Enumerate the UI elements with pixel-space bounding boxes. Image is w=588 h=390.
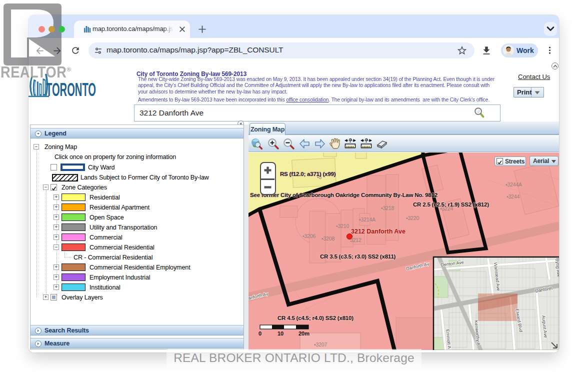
svg-text:0: 0 bbox=[258, 330, 262, 336]
svg-text:•3208: •3208 bbox=[322, 236, 334, 242]
svg-text:CR 3.5 (c3.5; r3.0) SS2 (x811: CR 3.5 (c3.5; r3.0) SS2 (x811) bbox=[320, 254, 396, 260]
svg-text:CR 4.5 (c4.5; r4.0) SS2 (x810: CR 4.5 (c4.5; r4.0) SS2 (x810) bbox=[278, 315, 354, 321]
svg-text:•3220: •3220 bbox=[406, 215, 419, 221]
svg-text:CR 2.5 (c2.5; r1.9) SS2 (x812): CR 2.5 (c2.5; r1.9) SS2 (x812) bbox=[413, 202, 489, 208]
svg-text:•3210: •3210 bbox=[336, 223, 349, 229]
svg-text:•3218: •3218 bbox=[381, 205, 394, 211]
svg-text:?: ? bbox=[364, 138, 368, 144]
svg-text:10: 10 bbox=[278, 330, 284, 336]
svg-text:20m: 20m bbox=[298, 330, 310, 336]
svg-text:•3206: •3206 bbox=[302, 233, 316, 239]
svg-text:•3207: •3207 bbox=[314, 342, 327, 348]
svg-text:•3244: •3244 bbox=[506, 194, 520, 200]
svg-text:RS (f12.0; a371) (x99): RS (f12.0; a371) (x99) bbox=[280, 171, 336, 177]
svg-text:?: ? bbox=[348, 138, 352, 144]
svg-text:See former City of Scarborough: See former City of Scarborough Oakridge … bbox=[250, 192, 438, 198]
svg-text:3212 Danforth Ave: 3212 Danforth Ave bbox=[351, 228, 406, 235]
svg-text:•3214A: •3214A bbox=[359, 216, 376, 222]
svg-text:•3244A: •3244A bbox=[506, 182, 522, 188]
svg-text:TORONTO: TORONTO bbox=[46, 80, 96, 100]
